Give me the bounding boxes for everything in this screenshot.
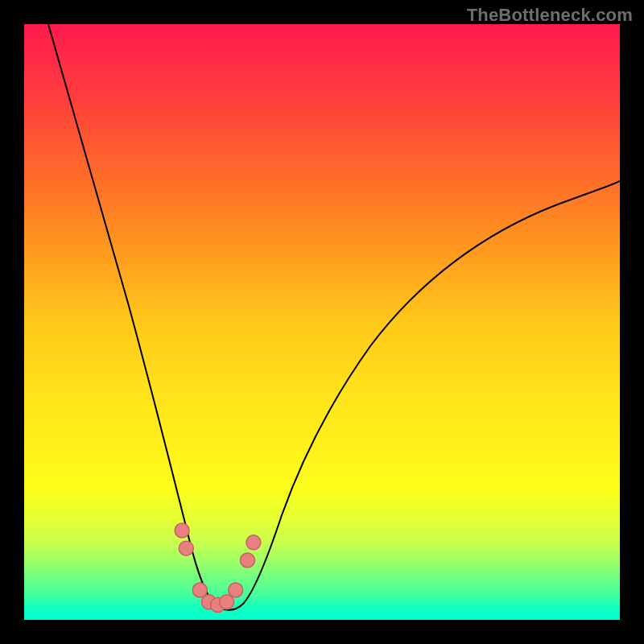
chart-frame: TheBottleneck.com: [0, 0, 644, 644]
bottleneck-curve: [48, 24, 620, 610]
plot-area: [24, 24, 620, 620]
curve-marker: [241, 553, 255, 568]
curve-marker: [192, 583, 207, 597]
attribution-text: TheBottleneck.com: [467, 5, 633, 26]
curve-marker: [179, 541, 193, 555]
curve-marker: [220, 595, 234, 609]
curve-marker: [229, 583, 243, 597]
plot-svg: [24, 24, 620, 620]
curve-marker: [175, 523, 189, 538]
curve-marker: [246, 535, 261, 550]
